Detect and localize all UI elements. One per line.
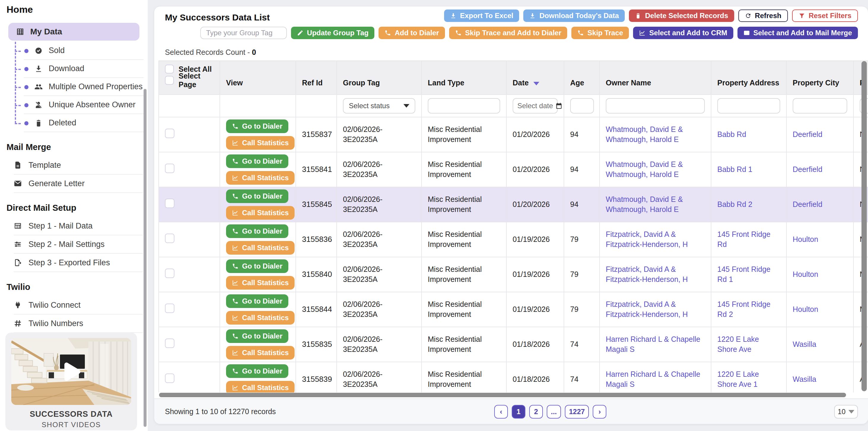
sidebar-item-generate-letter[interactable]: Generate Letter (13, 175, 143, 193)
property-city-link[interactable]: Wasilla (793, 375, 816, 383)
sidebar-item-twilio-numbers[interactable]: Twilio Numbers (13, 314, 143, 333)
sidebar-item-step-3-exported-files[interactable]: Step 3 - Exported Files (13, 254, 143, 272)
row-checkbox[interactable] (165, 164, 175, 173)
property-city-link[interactable]: Deerfield (793, 200, 822, 208)
property-city-link[interactable]: Deerfield (793, 165, 822, 173)
age-filter-input[interactable] (570, 98, 594, 113)
sidebar-item-template[interactable]: Template (13, 156, 143, 175)
row-checkbox[interactable] (165, 199, 175, 208)
date-filter[interactable]: Select date (513, 98, 558, 113)
reset-filters-button[interactable]: Reset Filters (792, 9, 858, 22)
row-checkbox[interactable] (165, 373, 175, 383)
records-table: Select All Select Page ViewRef IdGroup T… (158, 61, 868, 393)
property-address-link[interactable]: 145 Front Ridge Rd 1 (717, 265, 770, 284)
owner-name-link[interactable]: Harren Richard L & Chapelle Magali S (606, 370, 701, 388)
table-horizontal-scrollbar[interactable] (159, 393, 846, 397)
sidebar-item-twilio-connect[interactable]: Twilio Connect (13, 296, 143, 314)
call-statistics-button[interactable]: Call Statistics (226, 381, 294, 393)
group-tag-status-filter[interactable]: Select status (343, 98, 415, 113)
call-statistics-button[interactable]: Call Statistics (226, 311, 294, 325)
delete-selected-records-button[interactable]: Delete Selected Records (629, 9, 734, 22)
go-to-dialer-button[interactable]: Go to Dialer (226, 155, 288, 168)
sidebar-item-unique-absentee-owner[interactable]: Unique Absentee Owner (24, 96, 144, 114)
select-all-checkbox[interactable] (165, 65, 174, 73)
page-button-1227[interactable]: 1227 (565, 405, 589, 419)
select-page-checkbox[interactable] (165, 76, 174, 85)
table-vertical-scrollbar[interactable] (862, 61, 867, 391)
go-to-dialer-button[interactable]: Go to Dialer (226, 329, 288, 343)
owner-name-link[interactable]: Harren Richard L & Chapelle Magali S (606, 335, 701, 353)
land-type-filter-input[interactable] (428, 98, 500, 113)
add-to-dialer-button[interactable]: Add to Dialer (378, 27, 445, 39)
page-button-ellipsis[interactable]: ... (547, 405, 561, 419)
group-tag-input[interactable] (200, 27, 287, 39)
calendar-icon (555, 102, 562, 109)
page-button-1[interactable]: 1 (512, 405, 525, 419)
go-to-dialer-button[interactable]: Go to Dialer (226, 259, 288, 273)
property-city-filter-input[interactable] (793, 98, 847, 113)
property-address-link[interactable]: 145 Front Ridge Rd 2 (717, 300, 770, 318)
column-header-date[interactable]: Date (506, 61, 564, 95)
owner-name-link[interactable]: Whatmough, David E & Whatmough, Harold E (606, 195, 683, 213)
go-to-dialer-button[interactable]: Go to Dialer (226, 364, 288, 378)
phone-icon (232, 123, 239, 130)
go-to-dialer-button[interactable]: Go to Dialer (226, 120, 288, 133)
skip-trace-button[interactable]: Skip Trace (571, 27, 629, 39)
row-checkbox[interactable] (165, 338, 175, 348)
sidebar-item-my-data[interactable]: My Data (8, 23, 140, 41)
call-statistics-button[interactable]: Call Statistics (226, 241, 294, 255)
owner-name-link[interactable]: Fitzpatrick, David A & Fitzpatrick-Hende… (606, 300, 688, 318)
property-address-link[interactable]: Babb Rd (717, 130, 746, 138)
owner-name-link[interactable]: Fitzpatrick, David A & Fitzpatrick-Hende… (606, 265, 688, 284)
export-to-excel-button[interactable]: Export To Excel (444, 9, 520, 22)
page-size-select[interactable]: 10 (834, 405, 858, 419)
call-statistics-button[interactable]: Call Statistics (226, 171, 294, 185)
sidebar-item-deleted[interactable]: Deleted (24, 114, 144, 132)
play-icon[interactable] (59, 360, 83, 384)
select-and-add-to-mail-merge-button[interactable]: Select and Add to Mail Merge (738, 27, 858, 39)
row-checkbox[interactable] (165, 303, 175, 313)
property-address-link[interactable]: 145 Front Ridge Rd (717, 230, 770, 248)
owner-name-link[interactable]: Whatmough, David E & Whatmough, Harold E (606, 125, 683, 143)
download-icon (34, 65, 43, 73)
download-today-s-data-button[interactable]: Download Today's Data (523, 9, 625, 22)
call-statistics-button[interactable]: Call Statistics (226, 346, 294, 360)
sidebar-scrollbar[interactable] (144, 89, 147, 427)
property-city-link[interactable]: Houlton (793, 235, 818, 243)
property-address-filter-input[interactable] (717, 98, 780, 113)
row-checkbox[interactable] (165, 269, 175, 278)
property-city-link[interactable]: Houlton (793, 270, 818, 278)
owner-name-filter-input[interactable] (606, 98, 705, 113)
prev-page-button[interactable]: ‹ (494, 405, 508, 419)
page-button-2[interactable]: 2 (529, 405, 543, 419)
property-address-link[interactable]: 1220 E Lake Shore Ave 1 (717, 370, 759, 388)
select-and-add-to-crm-button[interactable]: Select and Add to CRM (633, 27, 733, 39)
owner-name-link[interactable]: Fitzpatrick, David A & Fitzpatrick-Hende… (606, 230, 688, 248)
go-to-dialer-button[interactable]: Go to Dialer (226, 190, 288, 203)
property-city-link[interactable]: Deerfield (793, 130, 822, 138)
row-checkbox[interactable] (165, 234, 175, 243)
property-address-link[interactable]: Babb Rd 2 (717, 200, 752, 208)
go-to-dialer-button[interactable]: Go to Dialer (226, 294, 288, 308)
sidebar-item-multiple-owned-properties[interactable]: Multiple Owned Properties (24, 78, 144, 96)
refresh-button[interactable]: Refresh (738, 9, 788, 22)
property-address-link[interactable]: 1220 E Lake Shore Ave (717, 335, 759, 353)
call-statistics-button[interactable]: Call Statistics (226, 136, 294, 150)
property-city-link[interactable]: Wasilla (793, 340, 816, 348)
go-to-dialer-button[interactable]: Go to Dialer (226, 224, 288, 238)
skip-trace-and-add-to-dialer-button[interactable]: Skip Trace and Add to Dialer (449, 27, 567, 39)
call-statistics-button[interactable]: Call Statistics (226, 206, 294, 220)
call-statistics-button[interactable]: Call Statistics (226, 276, 294, 290)
update-group-tag-button[interactable]: Update Group Tag (291, 27, 375, 39)
sidebar-item-download[interactable]: Download (24, 60, 144, 78)
sidebar-item-step-2-mail-settings[interactable]: Step 2 - Mail Settings (13, 235, 143, 254)
next-page-button[interactable]: › (593, 405, 607, 419)
row-checkbox[interactable] (165, 129, 175, 138)
property-address-link[interactable]: Babb Rd 1 (717, 165, 752, 173)
owner-name-link[interactable]: Whatmough, David E & Whatmough, Harold E (606, 160, 683, 178)
sidebar-item-step-1-mail-data[interactable]: Step 1 - Mail Data (13, 217, 143, 235)
video-card[interactable]: SUCCESSORS DATA SHORT VIDEOS (5, 333, 137, 430)
video-thumbnail[interactable] (11, 338, 131, 405)
property-city-link[interactable]: Houlton (793, 305, 818, 313)
sidebar-item-sold[interactable]: Sold (24, 42, 144, 60)
